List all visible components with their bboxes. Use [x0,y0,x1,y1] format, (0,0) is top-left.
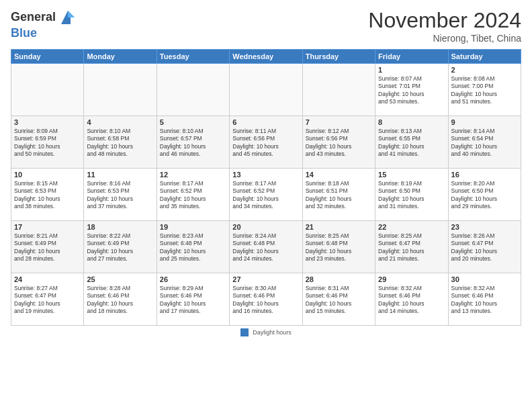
day-info: Sunrise: 8:16 AM Sunset: 6:53 PM Dayligh… [87,180,153,211]
day-number: 11 [87,171,153,179]
day-number: 1 [378,66,445,74]
day-number: 20 [232,223,299,231]
day-number: 12 [160,171,226,179]
day-number: 15 [378,171,445,179]
day-info: Sunrise: 8:09 AM Sunset: 6:59 PM Dayligh… [14,128,81,158]
col-saturday: Saturday [448,50,521,64]
calendar-week-2: 10Sunrise: 8:15 AM Sunset: 6:53 PM Dayli… [11,169,521,221]
footer-label: Daylight hours [253,329,292,336]
calendar-table: Sunday Monday Tuesday Wednesday Thursday… [11,49,521,326]
day-number: 10 [14,171,81,179]
day-info: Sunrise: 8:20 AM Sunset: 6:50 PM Dayligh… [451,180,518,211]
title-block: November 2024 Nierong, Tibet, China [368,8,521,44]
day-info: Sunrise: 8:27 AM Sunset: 6:47 PM Dayligh… [14,285,81,316]
table-row: 1Sunrise: 8:07 AM Sunset: 7:01 PM Daylig… [375,64,448,116]
table-row: 12Sunrise: 8:17 AM Sunset: 6:52 PM Dayli… [157,169,229,221]
day-number: 24 [14,275,81,283]
day-info: Sunrise: 8:32 AM Sunset: 6:46 PM Dayligh… [451,285,518,316]
day-info: Sunrise: 8:32 AM Sunset: 6:46 PM Dayligh… [378,285,445,316]
table-row: 28Sunrise: 8:31 AM Sunset: 6:46 PM Dayli… [302,273,375,326]
day-number: 25 [87,275,153,283]
col-sunday: Sunday [11,50,84,64]
day-number: 7 [306,118,372,126]
col-thursday: Thursday [302,50,375,64]
table-row [302,64,375,116]
day-info: Sunrise: 8:15 AM Sunset: 6:53 PM Dayligh… [14,180,81,211]
day-info: Sunrise: 8:29 AM Sunset: 6:46 PM Dayligh… [160,285,226,316]
day-number: 26 [160,275,226,283]
table-row: 25Sunrise: 8:28 AM Sunset: 6:46 PM Dayli… [84,273,157,326]
col-friday: Friday [375,50,448,64]
table-row: 10Sunrise: 8:15 AM Sunset: 6:53 PM Dayli… [11,169,84,221]
day-number: 6 [232,118,299,126]
table-row: 24Sunrise: 8:27 AM Sunset: 6:47 PM Dayli… [11,273,84,326]
col-tuesday: Tuesday [157,50,229,64]
day-info: Sunrise: 8:10 AM Sunset: 6:57 PM Dayligh… [160,128,226,158]
day-number: 9 [451,118,518,126]
day-number: 16 [451,171,518,179]
day-info: Sunrise: 8:14 AM Sunset: 6:54 PM Dayligh… [451,128,518,158]
day-info: Sunrise: 8:28 AM Sunset: 6:46 PM Dayligh… [87,285,153,316]
table-row: 7Sunrise: 8:12 AM Sunset: 6:56 PM Daylig… [302,116,375,169]
day-number: 30 [451,275,518,283]
header: General Blue November 2024 Nierong, Tibe… [11,8,521,44]
table-row: 14Sunrise: 8:18 AM Sunset: 6:51 PM Dayli… [302,169,375,221]
day-info: Sunrise: 8:26 AM Sunset: 6:47 PM Dayligh… [451,232,518,263]
table-row [157,64,229,116]
table-row: 15Sunrise: 8:19 AM Sunset: 6:50 PM Dayli… [375,169,448,221]
table-row: 27Sunrise: 8:30 AM Sunset: 6:46 PM Dayli… [230,273,302,326]
day-number: 5 [160,118,226,126]
table-row: 30Sunrise: 8:32 AM Sunset: 6:46 PM Dayli… [448,273,521,326]
day-number: 23 [451,223,518,231]
table-row: 6Sunrise: 8:11 AM Sunset: 6:56 PM Daylig… [230,116,302,169]
calendar-week-4: 24Sunrise: 8:27 AM Sunset: 6:47 PM Dayli… [11,273,521,326]
day-info: Sunrise: 8:22 AM Sunset: 6:49 PM Dayligh… [87,232,153,263]
table-row: 3Sunrise: 8:09 AM Sunset: 6:59 PM Daylig… [11,116,84,169]
day-number: 4 [87,118,153,126]
logo-blue-text: Blue [11,27,37,40]
day-number: 21 [306,223,372,231]
logo-icon [58,8,77,27]
day-info: Sunrise: 8:08 AM Sunset: 7:00 PM Dayligh… [451,75,518,106]
day-number: 17 [14,223,81,231]
table-row: 17Sunrise: 8:21 AM Sunset: 6:49 PM Dayli… [11,221,84,273]
col-wednesday: Wednesday [230,50,302,64]
day-info: Sunrise: 8:07 AM Sunset: 7:01 PM Dayligh… [378,75,445,106]
calendar-week-3: 17Sunrise: 8:21 AM Sunset: 6:49 PM Dayli… [11,221,521,273]
day-number: 2 [451,66,518,74]
day-info: Sunrise: 8:21 AM Sunset: 6:49 PM Dayligh… [14,232,81,263]
day-number: 14 [306,171,372,179]
footer-swatch [240,328,249,336]
table-row: 2Sunrise: 8:08 AM Sunset: 7:00 PM Daylig… [448,64,521,116]
day-info: Sunrise: 8:10 AM Sunset: 6:58 PM Dayligh… [87,128,153,158]
day-number: 18 [87,223,153,231]
table-row: 18Sunrise: 8:22 AM Sunset: 6:49 PM Dayli… [84,221,157,273]
table-row: 9Sunrise: 8:14 AM Sunset: 6:54 PM Daylig… [448,116,521,169]
day-number: 28 [306,275,372,283]
table-row: 8Sunrise: 8:13 AM Sunset: 6:55 PM Daylig… [375,116,448,169]
day-info: Sunrise: 8:17 AM Sunset: 6:52 PM Dayligh… [160,180,226,211]
footer: Daylight hours [11,328,521,336]
table-row: 5Sunrise: 8:10 AM Sunset: 6:57 PM Daylig… [157,116,229,169]
day-number: 27 [232,275,299,283]
table-row [11,64,84,116]
day-info: Sunrise: 8:13 AM Sunset: 6:55 PM Dayligh… [378,128,445,158]
calendar-header-row: Sunday Monday Tuesday Wednesday Thursday… [11,50,521,64]
table-row: 16Sunrise: 8:20 AM Sunset: 6:50 PM Dayli… [448,169,521,221]
day-info: Sunrise: 8:17 AM Sunset: 6:52 PM Dayligh… [232,180,299,211]
col-monday: Monday [84,50,157,64]
footer-box: Daylight hours [240,328,292,336]
month-title: November 2024 [368,8,521,33]
location: Nierong, Tibet, China [368,33,521,44]
day-info: Sunrise: 8:23 AM Sunset: 6:48 PM Dayligh… [160,232,226,263]
day-info: Sunrise: 8:31 AM Sunset: 6:46 PM Dayligh… [306,285,372,316]
table-row: 22Sunrise: 8:25 AM Sunset: 6:47 PM Dayli… [375,221,448,273]
day-number: 3 [14,118,81,126]
day-info: Sunrise: 8:11 AM Sunset: 6:56 PM Dayligh… [232,128,299,158]
logo: General Blue [11,8,77,40]
table-row: 4Sunrise: 8:10 AM Sunset: 6:58 PM Daylig… [84,116,157,169]
table-row: 21Sunrise: 8:25 AM Sunset: 6:48 PM Dayli… [302,221,375,273]
table-row: 13Sunrise: 8:17 AM Sunset: 6:52 PM Dayli… [230,169,302,221]
day-info: Sunrise: 8:12 AM Sunset: 6:56 PM Dayligh… [306,128,372,158]
day-number: 22 [378,223,445,231]
